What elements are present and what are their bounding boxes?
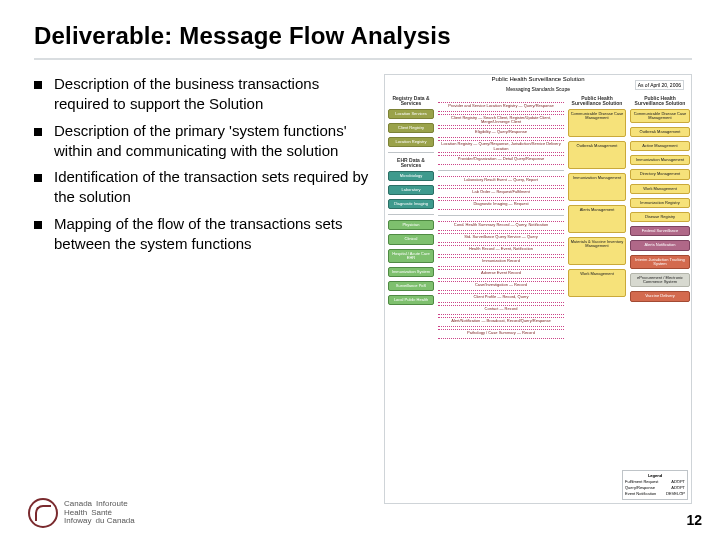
bullet-text: Identification of the transaction sets r… — [54, 167, 374, 208]
message-flow: Client Profile — Record, Query — [438, 293, 564, 303]
bullet-text: Description of the business transactions… — [54, 74, 374, 115]
external-box: Directory Management — [630, 169, 690, 179]
external-box: Interim Jurisdiction Tracking System — [630, 255, 690, 269]
bullet-item: Description of the primary 'system funct… — [34, 121, 374, 162]
infoway-logo-text: CanadaInforoute HealthSanté Infowaydu Ca… — [64, 500, 135, 525]
message-flow: Provider/Organization — Detail Query/Res… — [438, 155, 564, 165]
section-divider — [388, 152, 434, 153]
bullet-icon — [34, 174, 42, 182]
solution-box: Communicable Disease Case Management — [568, 109, 626, 137]
external-box: Active Management — [630, 141, 690, 151]
legend-row: Query/ResponseADOPT — [625, 485, 685, 490]
external-box: Disease Registry — [630, 212, 690, 222]
bullet-text: Mapping of the flow of the transactions … — [54, 214, 374, 255]
section-divider — [438, 215, 564, 216]
slide: Deliverable: Message Flow Analysis Descr… — [0, 0, 720, 540]
col-header: Public Health Surveillance Solution — [630, 96, 690, 107]
message-flow: Adverse Event Record — [438, 269, 564, 279]
message-flow: Case/Investigation — Record — [438, 281, 564, 291]
infoway-logo-icon — [28, 498, 58, 528]
external-box: Federal Surveillance — [630, 226, 690, 236]
col-header: EHR Data & Services — [388, 158, 434, 169]
message-flow: Diagnostic Imaging — Request — [438, 200, 564, 210]
ehr-box: Laboratory — [388, 185, 434, 195]
solution-box: Materials & Vaccine Inventory Management — [568, 237, 626, 265]
pos-box: Immunization System — [388, 267, 434, 277]
diagram-col-solution: Public Health Surveillance Solution Comm… — [568, 96, 626, 500]
bullet-list: Description of the business transactions… — [34, 74, 374, 504]
diagram-date: As of April 20, 2006 — [635, 80, 684, 90]
pos-box: Physician — [388, 220, 434, 230]
registry-box: Client Registry — [388, 123, 434, 133]
external-box: eProcurement / Electronic Commerce Syste… — [630, 273, 690, 287]
bullet-item: Mapping of the flow of the transactions … — [34, 214, 374, 255]
external-box: Vaccine Delivery — [630, 291, 690, 301]
pos-box: Clinical — [388, 234, 434, 244]
message-flow: Pathology / Case Summary — Record — [438, 329, 564, 339]
solution-box: Outbreak Management — [568, 141, 626, 169]
external-box: Immunization Management — [630, 155, 690, 165]
legend-row: Event NotificationDEVELOP — [625, 491, 685, 496]
footer-logo: CanadaInforoute HealthSanté Infowaydu Ca… — [28, 498, 135, 528]
message-flow: Eligibility — Query/Response — [438, 128, 564, 138]
message-flow: Alert/Notification — Broadcast, Record/Q… — [438, 317, 564, 327]
message-flow: Health Record — Event, Notification — [438, 245, 564, 255]
pos-box: Hospital / Acute Care EHR — [388, 249, 434, 263]
bullet-item: Description of the business transactions… — [34, 74, 374, 115]
message-flow: Cond. Health Summary Record — Query, Not… — [438, 221, 564, 231]
section-divider — [388, 214, 434, 215]
bullet-item: Identification of the transaction sets r… — [34, 167, 374, 208]
solution-box: Immunization Management — [568, 173, 626, 201]
slide-body: Description of the business transactions… — [34, 74, 692, 504]
external-box: Outbreak Management — [630, 127, 690, 137]
diagram-legend: Legend Fulfilment RequestADOPT Query/Res… — [622, 470, 688, 500]
registry-box: Location Registry — [388, 137, 434, 147]
bullet-icon — [34, 221, 42, 229]
page-number: 12 — [686, 512, 702, 528]
bullet-icon — [34, 81, 42, 89]
registry-box: Location Services — [388, 109, 434, 119]
diagram-col-registries: Registry Data & Services Location Servic… — [388, 96, 434, 500]
title-rule — [34, 58, 692, 60]
section-divider — [438, 170, 564, 171]
external-box: Work Management — [630, 184, 690, 194]
col-header: Registry Data & Services — [388, 96, 434, 107]
ehr-box: Microbiology — [388, 171, 434, 181]
bullet-icon — [34, 128, 42, 136]
diagram-heading: Public Health Surveillance Solution — [491, 76, 584, 82]
message-flow: Std. Surveillance Query Service — Query — [438, 233, 564, 243]
legend-title: Legend — [625, 473, 685, 478]
flow-diagram: As of April 20, 2006 Public Health Surve… — [384, 74, 692, 504]
diagram-col-external: Public Health Surveillance Solution Comm… — [630, 96, 690, 500]
message-flow: Client Registry — Search Client, Registe… — [438, 114, 564, 126]
diagram-col-messages: Provider and Service Location Registry —… — [438, 96, 564, 500]
message-flow: Lab Order — Request/Fulfilment — [438, 188, 564, 198]
pos-box: Local Public Health — [388, 295, 434, 305]
external-box: Alerts Notification — [630, 240, 690, 250]
external-box: Communicable Disease Case Management — [630, 109, 690, 123]
col-header: Public Health Surveillance Solution — [568, 96, 626, 107]
message-flow: Location Registry — Query/Response, Juri… — [438, 140, 564, 152]
diagram-subheading: Messaging Standards Scope — [506, 86, 570, 92]
message-flow: Provider and Service Location Registry —… — [438, 102, 564, 112]
message-flow: Laboratory Result Event — Query, Report — [438, 176, 564, 186]
solution-box: Work Management — [568, 269, 626, 297]
bullet-text: Description of the primary 'system funct… — [54, 121, 374, 162]
external-box: Immunization Registry — [630, 198, 690, 208]
pos-box: Surveillance PoS — [388, 281, 434, 291]
solution-box: Alerts Management — [568, 205, 626, 233]
message-flow: Immunization Record — [438, 257, 564, 267]
legend-row: Fulfilment RequestADOPT — [625, 479, 685, 484]
message-flow: Contact — Record — [438, 305, 564, 315]
page-title: Deliverable: Message Flow Analysis — [34, 22, 692, 50]
ehr-box: Diagnostic Imaging — [388, 199, 434, 209]
